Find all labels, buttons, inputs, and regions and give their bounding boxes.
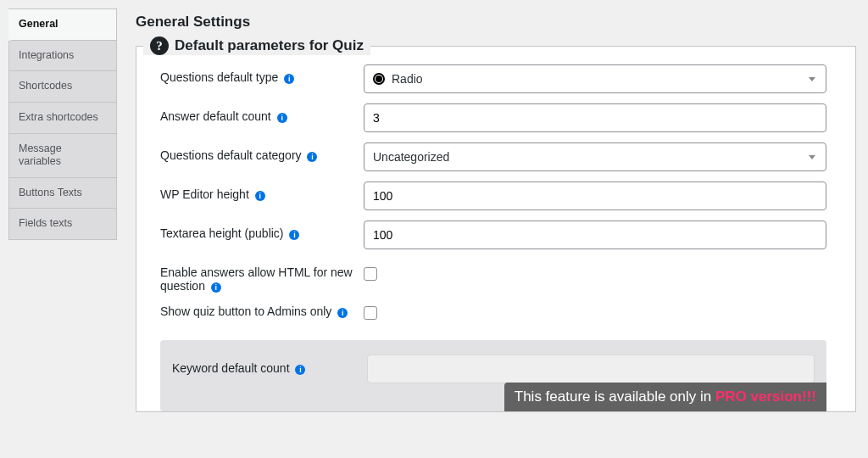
label-answer-count: Answer default count i <box>160 103 364 123</box>
row-keyword-count: Keyword default count i <box>172 352 815 386</box>
select-question-type[interactable]: Radio <box>364 64 826 93</box>
row-question-category: Questions default category i Uncategoriz… <box>160 140 826 179</box>
input-textarea-height[interactable] <box>364 221 826 249</box>
input-keyword-count <box>367 355 815 383</box>
checkbox-allow-html[interactable] <box>364 267 377 281</box>
settings-sidebar: General Integrations Shortcodes Extra sh… <box>8 8 117 458</box>
sidebar-item-general[interactable]: General <box>8 9 116 41</box>
sidebar-item-buttons-texts[interactable]: Buttons Texts <box>9 178 116 209</box>
radio-icon <box>373 73 385 85</box>
label-admins-only: Show quiz button to Admins only i <box>160 299 364 318</box>
info-icon[interactable]: i <box>307 152 317 162</box>
row-admins-only: Show quiz button to Admins only i <box>160 296 826 335</box>
sidebar-item-shortcodes[interactable]: Shortcodes <box>9 71 116 103</box>
pro-notice-highlight: PRO version!!! <box>715 388 816 405</box>
pro-locked-panel: Keyword default count i This feature is … <box>160 340 826 411</box>
sidebar-item-integrations[interactable]: Integrations <box>9 41 116 72</box>
row-allow-html: Enable answers allow HTML for new questi… <box>160 257 826 296</box>
chevron-down-icon <box>809 155 815 159</box>
select-question-type-value: Radio <box>392 72 423 86</box>
pro-notice: This feature is available only in PRO ve… <box>504 383 826 411</box>
info-icon[interactable]: i <box>337 308 348 318</box>
input-wp-editor-height[interactable] <box>364 182 826 210</box>
label-allow-html: Enable answers allow HTML for new questi… <box>160 260 364 293</box>
help-icon[interactable]: ? <box>150 36 169 55</box>
sidebar-item-fields-texts[interactable]: Fields texts <box>9 209 116 239</box>
sidebar-item-extra-shortcodes[interactable]: Extra shortcodes <box>9 103 116 134</box>
info-icon[interactable]: i <box>295 365 305 375</box>
row-question-type: Questions default type i Radio <box>160 62 826 101</box>
general-settings-page: General Integrations Shortcodes Extra sh… <box>0 0 868 458</box>
info-icon[interactable]: i <box>284 74 294 84</box>
label-question-type: Questions default type i <box>160 64 364 84</box>
page-title: General Settings <box>136 14 856 31</box>
select-question-category[interactable]: Uncategorized <box>364 142 826 171</box>
label-wp-editor-height: WP Editor height i <box>160 182 364 201</box>
info-icon[interactable]: i <box>255 191 265 201</box>
label-keyword-count: Keyword default count i <box>172 355 367 375</box>
pro-notice-prefix: This feature is available only in <box>515 388 715 405</box>
input-answer-count[interactable] <box>364 103 826 132</box>
panel-legend: ? Default parameters for Quiz <box>143 36 370 55</box>
info-icon[interactable]: i <box>277 113 287 123</box>
info-icon[interactable]: i <box>211 282 221 293</box>
default-params-panel: ? Default parameters for Quiz Questions … <box>136 46 856 412</box>
row-wp-editor-height: WP Editor height i <box>160 179 826 218</box>
panel-legend-text: Default parameters for Quiz <box>175 37 364 54</box>
info-icon[interactable]: i <box>289 230 299 240</box>
chevron-down-icon <box>809 77 815 81</box>
checkbox-admins-only[interactable] <box>364 306 377 320</box>
panel-body: Questions default type i Radio <box>152 62 840 411</box>
row-answer-count: Answer default count i <box>160 101 826 140</box>
row-textarea-height: Textarea height (public) i <box>160 218 826 257</box>
sidebar-item-message-variables[interactable]: Message variables <box>9 134 116 178</box>
select-question-category-value: Uncategorized <box>373 150 449 164</box>
main-content: General Settings ? Default parameters fo… <box>117 8 856 458</box>
label-question-category: Questions default category i <box>160 142 364 162</box>
label-textarea-height: Textarea height (public) i <box>160 221 364 240</box>
